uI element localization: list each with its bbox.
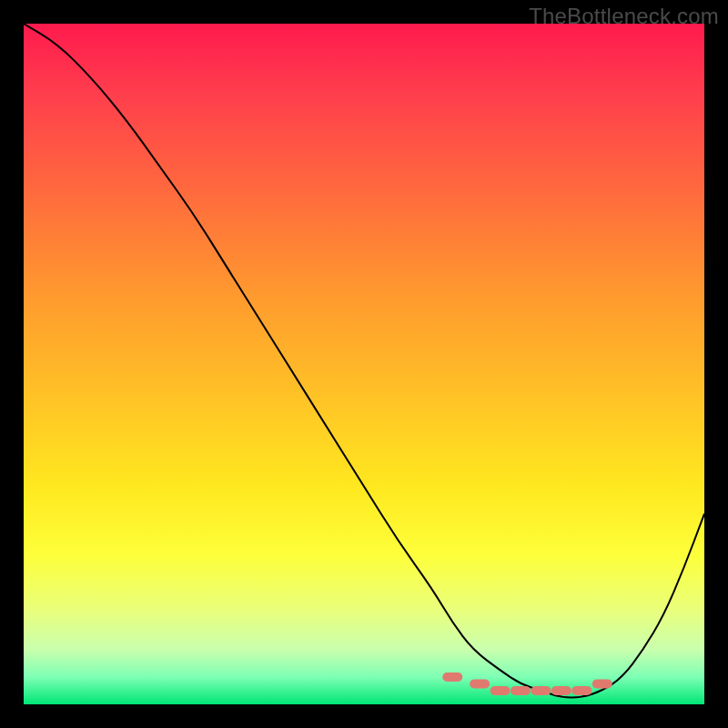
- curve-marker: [551, 686, 571, 695]
- chart-area: [24, 24, 704, 704]
- bottleneck-curve: [24, 24, 704, 698]
- chart-svg: [24, 24, 704, 704]
- curve-markers: [442, 672, 612, 695]
- curve-marker: [511, 686, 531, 695]
- watermark-text: TheBottleneck.com: [529, 4, 719, 29]
- curve-marker: [442, 672, 462, 682]
- curve-marker: [490, 686, 511, 695]
- curve-marker: [470, 680, 490, 689]
- curve-marker: [571, 686, 592, 695]
- curve-marker: [592, 680, 612, 689]
- curve-marker: [531, 686, 551, 695]
